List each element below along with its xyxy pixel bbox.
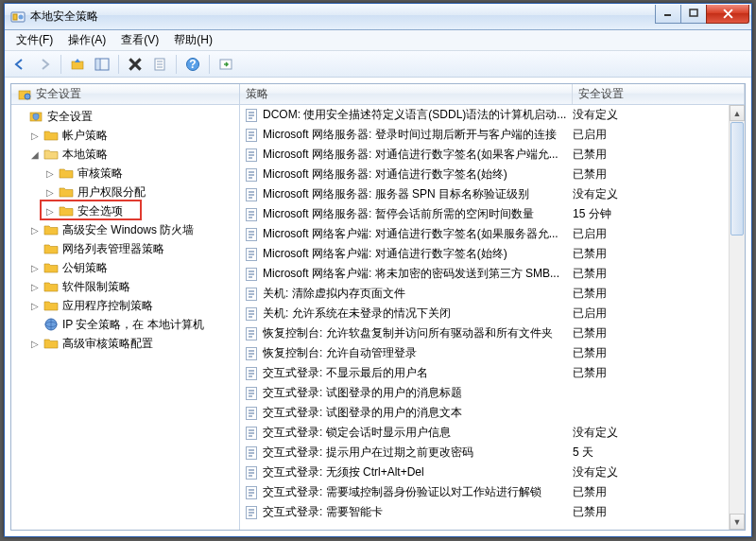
scroll-down-button[interactable]: ▼ [730, 514, 745, 530]
policy-row[interactable]: Microsoft 网络客户端: 对通信进行数字签名(如果服务器允...已启用 [240, 224, 745, 244]
tree-item[interactable]: ▷软件限制策略 [11, 277, 239, 296]
expander-icon[interactable]: ▷ [43, 185, 57, 199]
expander-icon[interactable]: ▷ [28, 337, 42, 350]
close-button[interactable] [706, 5, 749, 24]
folder-icon [43, 336, 59, 351]
export-button[interactable] [215, 53, 237, 76]
tree-item[interactable]: 安全设置 [11, 107, 239, 126]
tree-item[interactable]: 网络列表管理器策略 [11, 239, 239, 258]
tree-item[interactable]: ▷公钥策略 [11, 258, 239, 277]
tree-item[interactable]: ▷高级安全 Windows 防火墙 [11, 220, 239, 239]
folder-icon [43, 128, 59, 143]
policy-row[interactable]: 交互式登录: 无须按 Ctrl+Alt+Del没有定义 [240, 462, 745, 482]
help-button[interactable]: ? [181, 53, 204, 76]
svg-rect-10 [96, 60, 99, 69]
folder-icon [43, 279, 59, 294]
policy-setting: 没有定义 [573, 425, 618, 441]
policy-row[interactable]: 关机: 清除虚拟内存页面文件已禁用 [240, 284, 745, 304]
tree-item[interactable]: ▷高级审核策略配置 [11, 334, 239, 353]
tree-item-label: 公钥策略 [62, 260, 108, 276]
policy-row[interactable]: Microsoft 网络客户端: 对通信进行数字签名(始终)已禁用 [240, 244, 745, 264]
tree-item[interactable]: ▷审核策略 [11, 164, 239, 183]
policy-row[interactable]: 交互式登录: 试图登录的用户的消息标题 [240, 383, 745, 403]
delete-button[interactable] [124, 53, 146, 76]
expander-icon[interactable] [28, 242, 42, 255]
menu-help[interactable]: 帮助(H) [166, 29, 220, 51]
expander-icon[interactable]: ◢ [28, 148, 42, 161]
show-hide-tree-button[interactable] [91, 53, 113, 76]
ipsec-icon [43, 317, 59, 332]
policy-icon [244, 227, 259, 242]
tree-item[interactable]: ▷用户权限分配 [11, 183, 239, 201]
expander-icon[interactable]: ▷ [28, 280, 42, 293]
policy-row[interactable]: Microsoft 网络服务器: 服务器 SPN 目标名称验证级别没有定义 [240, 184, 745, 204]
toolbar-separator [60, 55, 61, 74]
expander-icon[interactable]: ▷ [28, 223, 42, 236]
maximize-button[interactable] [680, 5, 707, 24]
policy-setting: 已启用 [573, 226, 607, 242]
policy-list[interactable]: DCOM: 使用安全描述符定义语言(SDDL)语法的计算机启动...没有定义Mi… [240, 105, 745, 530]
forward-button[interactable] [33, 53, 56, 76]
menu-action[interactable]: 操作(A) [60, 29, 113, 51]
minimize-button[interactable] [655, 5, 681, 24]
expander-icon[interactable]: ▷ [43, 166, 57, 180]
svg-rect-7 [72, 61, 83, 69]
tree-item[interactable]: ◢本地策略 [11, 145, 239, 164]
column-setting[interactable]: 安全设置 [573, 84, 745, 104]
policy-row[interactable]: DCOM: 使用安全描述符定义语言(SDDL)语法的计算机启动...没有定义 [240, 105, 745, 125]
policy-icon [244, 187, 259, 202]
expander-icon[interactable]: ▷ [28, 261, 42, 274]
tree-item[interactable]: ▷应用程序控制策略 [11, 296, 239, 315]
policy-row[interactable]: 交互式登录: 锁定会话时显示用户信息没有定义 [240, 423, 745, 443]
tree-item[interactable]: ▷帐户策略 [11, 126, 239, 145]
tree-header[interactable]: 安全设置 [11, 84, 239, 105]
properties-button[interactable] [148, 53, 171, 76]
policy-row[interactable]: 交互式登录: 试图登录的用户的消息文本 [240, 403, 745, 423]
policy-row[interactable]: Microsoft 网络服务器: 对通信进行数字签名(如果客户端允...已禁用 [240, 145, 745, 165]
policy-row[interactable]: 交互式登录: 不显示最后的用户名已禁用 [240, 363, 745, 383]
policy-row[interactable]: 恢复控制台: 允许软盘复制并访问所有驱动器和所有文件夹已禁用 [240, 323, 745, 343]
titlebar[interactable]: 本地安全策略 [5, 4, 751, 30]
expander-icon[interactable]: ▷ [43, 204, 57, 218]
scroll-thumb[interactable] [730, 122, 744, 236]
policy-icon [244, 445, 259, 461]
scroll-up-button[interactable]: ▲ [730, 105, 745, 121]
menu-file[interactable]: 文件(F) [9, 29, 60, 51]
tree-item[interactable]: IP 安全策略，在 本地计算机 [11, 315, 239, 334]
tree-item-label: 软件限制策略 [62, 279, 130, 295]
policy-row[interactable]: 关机: 允许系统在未登录的情况下关闭已启用 [240, 304, 745, 323]
policy-row[interactable]: 交互式登录: 提示用户在过期之前更改密码5 天 [240, 443, 745, 462]
up-button[interactable] [66, 53, 89, 76]
policy-row[interactable]: 交互式登录: 需要域控制器身份验证以对工作站进行解锁已禁用 [240, 482, 745, 502]
back-button[interactable] [9, 53, 31, 76]
tree-item[interactable]: ▷安全选项 [11, 201, 239, 220]
policy-row[interactable]: 恢复控制台: 允许自动管理登录已禁用 [240, 343, 745, 363]
policy-icon [244, 128, 259, 143]
policy-name: 恢复控制台: 允许软盘复制并访问所有驱动器和所有文件夹 [263, 325, 573, 341]
policy-row[interactable]: 交互式登录: 需要智能卡已禁用 [240, 502, 745, 522]
policy-name: Microsoft 网络客户端: 对通信进行数字签名(始终) [263, 246, 573, 262]
policy-icon [244, 167, 259, 183]
expander-icon[interactable] [28, 318, 42, 331]
policy-name: 交互式登录: 试图登录的用户的消息文本 [263, 405, 573, 421]
policy-icon [244, 247, 259, 262]
policy-setting: 没有定义 [573, 107, 618, 123]
list-pane: 策略 安全设置 DCOM: 使用安全描述符定义语言(SDDL)语法的计算机启动.… [240, 84, 745, 530]
policy-row[interactable]: Microsoft 网络服务器: 对通信进行数字签名(始终)已禁用 [240, 165, 745, 184]
svg-point-2 [19, 14, 24, 19]
vertical-scrollbar[interactable]: ▲ ▼ [729, 105, 745, 530]
menu-view[interactable]: 查看(V) [113, 29, 166, 51]
folder-icon [59, 184, 74, 200]
expander-icon[interactable] [13, 110, 26, 123]
expander-icon[interactable]: ▷ [28, 299, 42, 312]
expander-icon[interactable]: ▷ [28, 129, 42, 142]
policy-name: 恢复控制台: 允许自动管理登录 [263, 345, 573, 361]
policy-row[interactable]: Microsoft 网络客户端: 将未加密的密码发送到第三方 SMB...已禁用 [240, 264, 745, 284]
tree-pane[interactable]: 安全设置 安全设置▷帐户策略◢本地策略▷审核策略▷用户权限分配▷安全选项▷高级安… [11, 84, 240, 530]
policy-row[interactable]: Microsoft 网络服务器: 暂停会话前所需的空闲时间数量15 分钟 [240, 204, 745, 224]
policy-name: 交互式登录: 不显示最后的用户名 [263, 365, 573, 381]
column-policy[interactable]: 策略 [240, 84, 573, 104]
policy-name: DCOM: 使用安全描述符定义语言(SDDL)语法的计算机启动... [263, 107, 573, 123]
policy-row[interactable]: Microsoft 网络服务器: 登录时间过期后断开与客户端的连接已启用 [240, 125, 745, 145]
policy-setting: 已启用 [573, 127, 607, 143]
